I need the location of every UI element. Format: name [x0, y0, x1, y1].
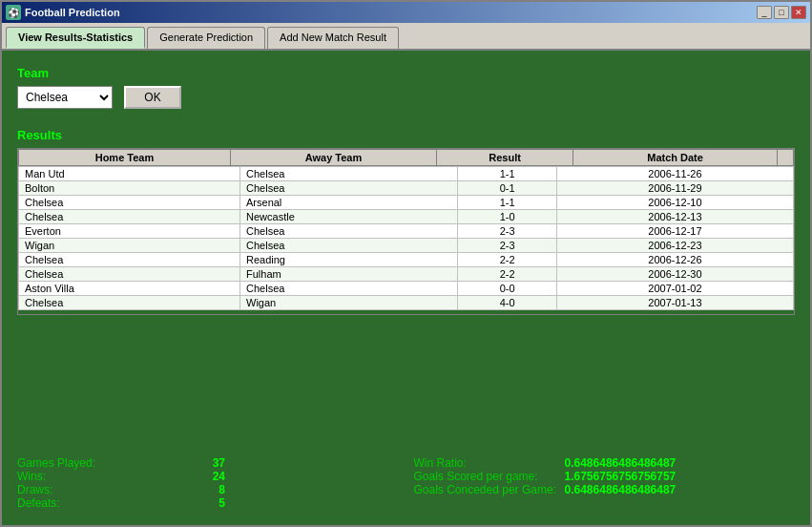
stat-defeats-value: 5: [168, 496, 225, 510]
stat-games-played-label: Games Played:: [17, 456, 160, 470]
main-content: Team Chelsea Arsenal Man Utd Bolton OK R…: [2, 51, 810, 525]
stat-draws-value: 8: [168, 483, 225, 496]
stat-goals-scored-value: 1.6756756756756757: [565, 470, 677, 483]
stat-win-ratio: Win Ratio: 0.6486486486486487: [414, 456, 796, 470]
results-data-table: Man UtdChelsea1-12006-11-26BoltonChelsea…: [18, 166, 794, 310]
table-row: Man UtdChelsea1-12006-11-26: [19, 167, 794, 181]
stats-left: Games Played: 37 Wins: 24 Draws: 8 Defea…: [17, 456, 399, 510]
stat-goals-scored: Goals Scored per game: 1.675675675675675…: [414, 470, 796, 483]
tab-add-match[interactable]: Add New Match Result: [267, 27, 399, 49]
stat-games-played-value: 37: [168, 456, 225, 470]
team-section: Team Chelsea Arsenal Man Utd Bolton OK: [17, 66, 795, 116]
table-row: ChelseaNewcastle1-02006-12-13: [19, 210, 794, 224]
table-row: EvertonChelsea2-32006-12-17: [19, 224, 794, 239]
table-row: BoltonChelsea0-12006-11-29: [19, 181, 794, 196]
col-match-date: Match Date: [573, 150, 778, 166]
table-row: ChelseaArsenal1-12006-12-10: [19, 196, 794, 210]
window-controls: _ □ ✕: [757, 6, 806, 19]
results-section: Results Home Team Away Team Result Match…: [17, 128, 795, 437]
results-label: Results: [17, 128, 795, 142]
app-icon: ⚽: [6, 5, 21, 20]
close-button[interactable]: ✕: [791, 6, 806, 19]
main-window: ⚽ Football Prediction _ □ ✕ View Results…: [0, 0, 812, 527]
tab-bar: View Results-Statistics Generate Predict…: [2, 23, 810, 51]
stat-draws: Draws: 8: [17, 483, 399, 496]
table-row: ChelseaWigan4-02007-01-13: [19, 296, 794, 310]
stat-defeats-label: Defeats:: [17, 496, 160, 510]
stat-win-ratio-value: 0.6486486486486487: [565, 456, 677, 470]
stat-goals-conceded: Goals Conceded per Game: 0.6486486486486…: [414, 483, 796, 496]
stat-wins: Wins: 24: [17, 470, 399, 483]
stat-goals-conceded-label: Goals Conceded per Game:: [414, 483, 557, 496]
col-away-team: Away Team: [230, 150, 436, 166]
table-scroll[interactable]: Man UtdChelsea1-12006-11-26BoltonChelsea…: [18, 166, 794, 314]
col-result: Result: [437, 150, 573, 166]
team-row: Chelsea Arsenal Man Utd Bolton OK: [17, 86, 795, 109]
minimize-button[interactable]: _: [757, 6, 772, 19]
stats-section: Games Played: 37 Wins: 24 Draws: 8 Defea…: [17, 456, 795, 510]
table-row: ChelseaReading2-22006-12-26: [19, 253, 794, 267]
stat-draws-label: Draws:: [17, 483, 160, 496]
results-table-wrapper: Home Team Away Team Result Match Date Ma…: [17, 148, 795, 315]
stats-right: Win Ratio: 0.6486486486486487 Goals Scor…: [414, 456, 796, 510]
stat-goals-conceded-value: 0.6486486486486487: [565, 483, 677, 496]
stat-defeats: Defeats: 5: [17, 496, 399, 510]
team-label: Team: [17, 66, 795, 80]
maximize-button[interactable]: □: [774, 6, 789, 19]
stat-wins-value: 24: [168, 470, 225, 483]
stat-wins-label: Wins:: [17, 470, 160, 483]
tab-generate-prediction[interactable]: Generate Prediction: [147, 27, 265, 49]
ok-button[interactable]: OK: [124, 86, 181, 109]
stat-games-played: Games Played: 37: [17, 456, 399, 470]
col-home-team: Home Team: [19, 150, 231, 166]
window-title: Football Prediction: [25, 7, 753, 18]
tab-view-results[interactable]: View Results-Statistics: [6, 27, 145, 49]
stat-win-ratio-label: Win Ratio:: [414, 456, 557, 470]
col-scroll-header: [778, 150, 794, 166]
table-row: ChelseaFulham2-22006-12-30: [19, 267, 794, 282]
stat-goals-scored-label: Goals Scored per game:: [414, 470, 557, 483]
table-row: Aston VillaChelsea0-02007-01-02: [19, 282, 794, 296]
results-table: Home Team Away Team Result Match Date: [18, 149, 794, 166]
table-row: WiganChelsea2-32006-12-23: [19, 239, 794, 253]
team-select[interactable]: Chelsea Arsenal Man Utd Bolton: [17, 86, 113, 109]
title-bar: ⚽ Football Prediction _ □ ✕: [2, 2, 810, 23]
